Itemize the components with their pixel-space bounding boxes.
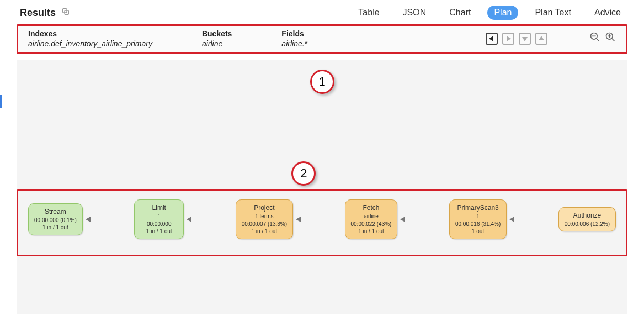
plan-node-fetch[interactable]: Fetch airline 00:00.022 (43%) 1 in / 1 o…: [345, 199, 398, 239]
flow-arrow: [187, 219, 232, 219]
tab-plan[interactable]: Plan: [487, 6, 518, 20]
plan-flow-highlight: Stream 00:00.000 (0.1%) 1 in / 1 out Lim…: [17, 189, 627, 256]
plan-node-title: Project: [242, 203, 287, 212]
plan-node-title: PrimaryScan3: [455, 203, 501, 212]
svg-line-10: [612, 39, 615, 41]
plan-node-line: 00:00.016 (31.4%): [455, 220, 501, 228]
plan-node-line: 1: [140, 213, 178, 220]
plan-node-primaryscan3[interactable]: PrimaryScan3 1 00:00.016 (31.4%) 1 out: [449, 199, 507, 239]
plan-node-line: 1 terms: [242, 213, 287, 220]
info-fields: Fields airline.*: [281, 29, 307, 48]
callout-1: 1: [310, 70, 334, 94]
plan-node-authorize[interactable]: Authorize 00:00.006 (12.2%): [558, 207, 616, 232]
plan-toolbar: [486, 31, 616, 45]
info-fields-value: airline.*: [281, 39, 307, 48]
plan-node-title: Fetch: [351, 203, 392, 212]
plan-node-line: 1: [455, 213, 501, 220]
svg-marker-3: [507, 36, 511, 41]
plan-node-line: 1 in / 1 out: [34, 224, 77, 231]
info-buckets-label: Buckets: [202, 29, 232, 38]
info-indexes-label: Indexes: [28, 29, 152, 38]
orient-left-icon[interactable]: [486, 33, 498, 45]
plan-node-line: airline: [351, 213, 392, 220]
copy-icon[interactable]: [61, 7, 70, 18]
results-heading: Results: [20, 7, 56, 19]
header-row: Results Table JSON Chart Plan Plan Text …: [0, 0, 644, 23]
plan-node-line: 00:00.000 (0.1%): [34, 217, 77, 224]
plan-node-line: 1 in / 1 out: [140, 228, 178, 235]
left-accent-bar: [0, 95, 2, 108]
info-bar: Indexes airline.def_inventory_airline_pr…: [18, 26, 626, 52]
tab-advice[interactable]: Advice: [588, 6, 627, 20]
flow-arrow: [510, 219, 555, 219]
info-indexes: Indexes airline.def_inventory_airline_pr…: [28, 29, 152, 48]
callout-2: 2: [291, 161, 316, 186]
result-tabs: Table JSON Chart Plan Plan Text Advice: [352, 6, 627, 20]
svg-marker-2: [489, 36, 493, 41]
flow-arrow: [401, 219, 446, 219]
plan-node-project[interactable]: Project 1 terms 00:00.007 (13.3%) 1 in /…: [236, 199, 293, 239]
info-bar-highlight: Indexes airline.def_inventory_airline_pr…: [17, 24, 627, 54]
plan-node-line: 00:00.007 (13.3%): [242, 220, 287, 228]
flow-arrow: [86, 219, 131, 219]
flow-arrow: [296, 219, 342, 219]
info-fields-label: Fields: [281, 29, 307, 38]
tab-chart[interactable]: Chart: [443, 6, 477, 20]
info-indexes-value: airline.def_inventory_airline_primary: [28, 39, 152, 48]
plan-node-line: 1 in / 1 out: [242, 228, 287, 235]
zoom-in-icon[interactable]: [605, 31, 616, 45]
orient-right-icon[interactable]: [502, 33, 514, 45]
plan-node-line: 1 in / 1 out: [351, 228, 392, 235]
tab-plantext[interactable]: Plan Text: [528, 6, 578, 20]
orient-down-icon[interactable]: [519, 33, 531, 45]
plan-node-limit[interactable]: Limit 1 00:00.000 1 in / 1 out: [134, 199, 184, 239]
plan-node-line: 00:00.006 (12.2%): [565, 220, 610, 228]
plan-node-line: 00:00.022 (43%): [351, 220, 392, 228]
svg-marker-5: [539, 36, 544, 40]
tab-json[interactable]: JSON: [396, 6, 433, 20]
info-columns: Indexes airline.def_inventory_airline_pr…: [28, 29, 307, 48]
plan-node-title: Authorize: [565, 211, 610, 220]
plan-node-title: Limit: [140, 203, 178, 212]
info-buckets-value: airline: [202, 39, 232, 48]
plan-node-title: Stream: [34, 207, 77, 216]
plan-node-line: 00:00.000: [140, 220, 178, 228]
orient-up-icon[interactable]: [535, 33, 547, 45]
info-buckets: Buckets airline: [202, 29, 232, 48]
results-title-group: Results: [20, 7, 70, 19]
svg-marker-4: [522, 37, 528, 41]
tab-table[interactable]: Table: [352, 6, 386, 20]
zoom-out-icon[interactable]: [589, 31, 600, 45]
svg-line-7: [597, 39, 599, 41]
plan-node-stream[interactable]: Stream 00:00.000 (0.1%) 1 in / 1 out: [28, 203, 83, 235]
plan-canvas[interactable]: 1 2 Stream 00:00.000 (0.1%) 1 in / 1 out…: [17, 60, 627, 314]
plan-node-line: 1 out: [455, 228, 501, 235]
